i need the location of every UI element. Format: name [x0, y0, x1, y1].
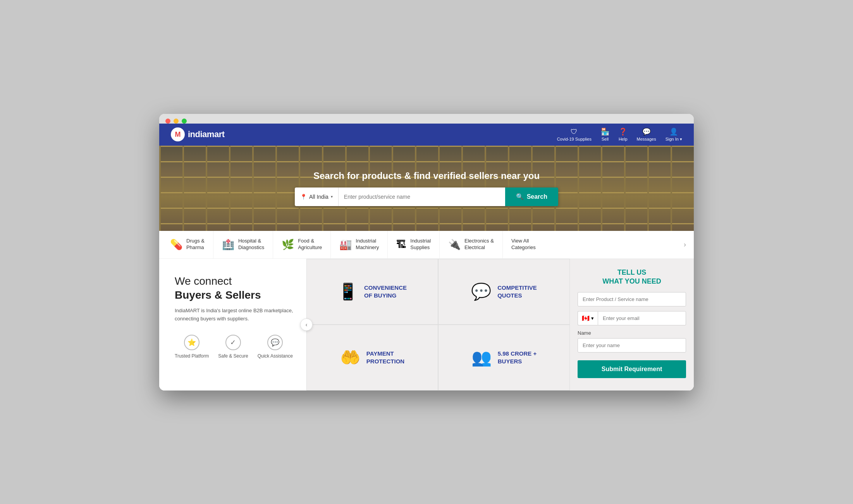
supplies-label: IndustrialSupplies: [410, 238, 431, 251]
tell-us-title: TELL US WHAT YOU NEED: [578, 268, 686, 286]
nav-messages[interactable]: 💬 Messages: [637, 127, 656, 141]
close-button[interactable]: [165, 119, 170, 124]
shield-icon: 🛡: [571, 128, 578, 136]
nav-covid[interactable]: 🛡 Covid-19 Supplies: [557, 128, 592, 141]
browser-content: M indiamart 🛡 Covid-19 Supplies 🏪 Sell ❓…: [159, 124, 694, 390]
logo-icon: M: [171, 127, 185, 141]
category-hospital[interactable]: 🏥 Hospital &Diagnostics: [213, 231, 273, 258]
browser-window: M indiamart 🛡 Covid-19 Supplies 🏪 Sell ❓…: [159, 114, 694, 390]
country-code-selector[interactable]: 🇨🇦 ▾: [578, 311, 598, 325]
quotes-icon: 💬: [471, 282, 491, 301]
logo-text: indiamart: [188, 129, 225, 139]
nav-right: 🛡 Covid-19 Supplies 🏪 Sell ❓ Help 💬 Mess…: [557, 127, 682, 142]
search-button[interactable]: 🔍 Search: [505, 187, 558, 206]
messages-icon: 💬: [642, 127, 651, 136]
drugs-label: Drugs &Pharma: [186, 238, 205, 251]
buyers-icon: 👥: [471, 348, 492, 367]
hero-section: Search for products & find verified sell…: [159, 146, 694, 231]
feature-payment: 🤲 PAYMENTPROTECTION: [306, 325, 438, 390]
help-icon: ❓: [619, 127, 627, 136]
feature-convenience: 📱 CONVENIENCEOF BUYING: [306, 259, 438, 325]
feature-quotes: 💬 COMPETITIVEQUOTES: [438, 259, 570, 325]
chevron-down-icon: ▾: [331, 194, 333, 199]
category-view-all[interactable]: View AllCategories: [503, 231, 544, 258]
category-industrial-machinery[interactable]: 🏭 IndustrialMachinery: [331, 231, 388, 258]
flag-icon: 🇨🇦: [582, 315, 590, 322]
categories-bar: 💊 Drugs &Pharma 🏥 Hospital &Diagnostics …: [159, 231, 694, 259]
category-drugs[interactable]: 💊 Drugs &Pharma: [167, 231, 213, 258]
trust-item-secure: ✓ Safe & Secure: [218, 335, 248, 359]
panel-prev-arrow[interactable]: ‹: [300, 318, 313, 331]
user-icon: 👤: [669, 127, 678, 136]
search-bar: 📍 All India ▾ 🔍 Search: [295, 187, 558, 206]
drugs-icon: 💊: [170, 239, 182, 251]
trust-item-assistance: 💬 Quick Assistance: [258, 335, 293, 359]
name-label: Name: [578, 330, 686, 336]
view-all-label: View AllCategories: [511, 238, 536, 251]
submit-requirement-button[interactable]: Submit Requirement: [578, 360, 686, 378]
browser-chrome: [159, 114, 694, 124]
connect-description: IndiaMART is India's largest online B2B …: [175, 307, 295, 323]
nav-signin[interactable]: 👤 Sign In ▾: [666, 127, 682, 142]
categories-next-arrow[interactable]: ›: [684, 241, 686, 249]
maximize-button[interactable]: [182, 119, 187, 124]
nav-help[interactable]: ❓ Help: [619, 127, 628, 141]
hero-content: Search for products & find verified sell…: [159, 170, 694, 206]
supplies-icon: 🏗: [396, 239, 406, 251]
convenience-icon: 📱: [338, 282, 358, 301]
food-label: Food &Agriculture: [298, 238, 322, 251]
safe-secure-icon: ✓: [225, 335, 241, 350]
search-icon: 🔍: [516, 193, 524, 200]
sell-icon: 🏪: [601, 127, 609, 136]
electronics-label: Electronics &Electrical: [464, 238, 494, 251]
payment-icon: 🤲: [340, 348, 360, 367]
country-chevron: ▾: [591, 315, 594, 321]
help-label: Help: [619, 137, 628, 141]
center-panel: ‹ 📱 CONVENIENCEOF BUYING 💬 COMPETITIVEQU…: [306, 259, 570, 390]
feature-buyers: 👥 5.98 CRORE +BUYERS: [438, 325, 570, 390]
food-icon: 🌿: [282, 239, 294, 251]
logo-area[interactable]: M indiamart: [171, 127, 225, 141]
category-food[interactable]: 🌿 Food &Agriculture: [273, 231, 331, 258]
payment-label: PAYMENTPROTECTION: [366, 350, 404, 365]
machinery-icon: 🏭: [339, 239, 352, 251]
connect-title: We connectBuyers & Sellers: [175, 274, 295, 303]
quick-assistance-icon: 💬: [267, 335, 283, 350]
trusted-platform-icon: ⭐: [184, 335, 199, 350]
left-panel: We connectBuyers & Sellers IndiaMART is …: [159, 259, 306, 390]
hospital-icon: 🏥: [222, 239, 234, 251]
buyers-label: 5.98 CRORE +BUYERS: [498, 350, 537, 365]
signin-label: Sign In ▾: [666, 137, 682, 142]
email-input[interactable]: [598, 311, 686, 325]
quick-assistance-label: Quick Assistance: [258, 353, 293, 359]
location-pin-icon: 📍: [300, 194, 307, 200]
right-panel: TELL US WHAT YOU NEED 🇨🇦 ▾ Name: [570, 259, 694, 390]
location-label: All India: [309, 194, 328, 200]
sell-label: Sell: [602, 137, 609, 141]
main-content: We connectBuyers & Sellers IndiaMART is …: [159, 259, 694, 390]
nav-sell[interactable]: 🏪 Sell: [601, 127, 609, 141]
search-input[interactable]: [339, 187, 505, 206]
electronics-icon: 🔌: [448, 239, 461, 251]
quotes-label: COMPETITIVEQUOTES: [497, 284, 537, 299]
search-button-label: Search: [527, 193, 547, 200]
covid-label: Covid-19 Supplies: [557, 137, 592, 141]
machinery-label: IndustrialMachinery: [356, 238, 379, 251]
category-industrial-supplies[interactable]: 🏗 IndustrialSupplies: [388, 231, 440, 258]
trust-items: ⭐ Trusted Platform ✓ Safe & Secure 💬 Qui…: [175, 335, 295, 359]
messages-label: Messages: [637, 137, 656, 141]
product-input[interactable]: [578, 292, 686, 306]
hero-title: Search for products & find verified sell…: [313, 170, 540, 181]
email-field-row: 🇨🇦 ▾: [578, 311, 686, 325]
category-electronics[interactable]: 🔌 Electronics &Electrical: [440, 231, 503, 258]
name-input[interactable]: [578, 338, 686, 353]
trust-item-trusted: ⭐ Trusted Platform: [175, 335, 209, 359]
navbar: M indiamart 🛡 Covid-19 Supplies 🏪 Sell ❓…: [159, 124, 694, 146]
location-selector[interactable]: 📍 All India ▾: [295, 187, 339, 206]
convenience-label: CONVENIENCEOF BUYING: [364, 284, 407, 299]
hospital-label: Hospital &Diagnostics: [238, 238, 264, 251]
safe-secure-label: Safe & Secure: [218, 353, 248, 359]
name-field: Name: [578, 330, 686, 353]
trusted-platform-label: Trusted Platform: [175, 353, 209, 359]
minimize-button[interactable]: [174, 119, 179, 124]
